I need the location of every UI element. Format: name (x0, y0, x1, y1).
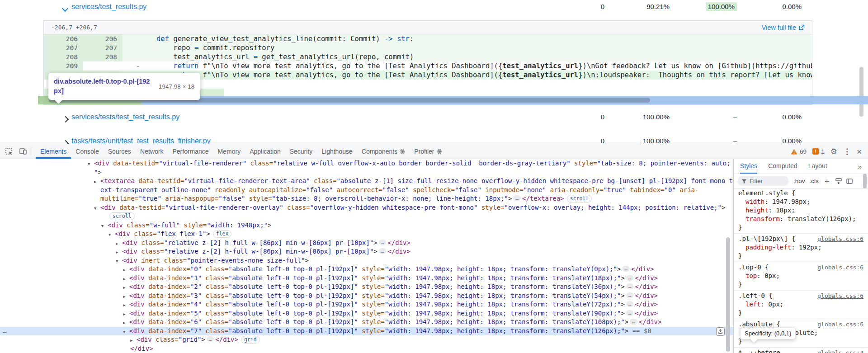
flex-badge[interactable]: flex (213, 230, 232, 238)
toggle-classes[interactable]: .cls (810, 178, 819, 184)
dom-tree-line[interactable]: ▶<div data-index="2" class="absolute lef… (0, 282, 733, 292)
css-property[interactable]: padding-left: 192px; (738, 243, 863, 252)
settings-gear-icon[interactable]: ⚙ (830, 148, 837, 155)
collapsed-file-row[interactable]: services/tests/test_test_results.py 0 10… (0, 113, 868, 122)
file-link[interactable]: services/test_results.py (71, 3, 146, 11)
dom-tree-line[interactable]: multiline="true" aria-haspopup="false" s… (0, 194, 733, 203)
dom-tree-line-selected[interactable]: ▼<div data-index="7" class="absolute lef… (0, 327, 733, 336)
dom-tree-line[interactable]: ▶<div data-index="3" class="absolute lef… (0, 292, 733, 301)
dom-tree-line[interactable]: scroll (0, 212, 733, 221)
devtools-tab-security[interactable]: Security (285, 144, 317, 159)
more-tabs-icon[interactable]: » (858, 163, 868, 170)
styles-tab-computed[interactable]: Computed (768, 159, 797, 174)
devtools-tabs: ElementsConsoleSourcesNetworkPerformance… (36, 144, 447, 159)
styles-tab-layout[interactable]: Layout (808, 159, 827, 174)
devtools-tab-components[interactable]: Components (357, 144, 410, 159)
dom-tree-line[interactable]: ▼<div data-testid="virtual-file-renderer… (0, 203, 733, 212)
view-full-file-link[interactable]: View full file (762, 24, 805, 31)
file-head-value: 0 (601, 113, 604, 121)
rule-selector[interactable]: element.style { (738, 189, 863, 198)
dom-tree-line[interactable]: ▼<div data-testid="virtual-file-renderer… (0, 159, 733, 168)
styles-tab-styles[interactable]: Styles (740, 159, 757, 174)
stylesheet-link[interactable]: globals.css:6 (817, 321, 863, 328)
inline-expand-button[interactable]: … (626, 301, 634, 307)
dom-tree-line[interactable]: ▶<textarea data-testid="virtual-file-ren… (0, 177, 733, 186)
inspect-element-icon[interactable] (4, 144, 14, 159)
dom-tree-line[interactable]: ▼<div class="w-full" style="width: 1948p… (0, 221, 733, 230)
dom-tree-line[interactable]: "> (0, 168, 733, 177)
devtools-tab-application[interactable]: Application (245, 144, 285, 159)
stylesheet-link[interactable]: globals.css:6 (817, 292, 863, 299)
expanded-file-row[interactable]: services/test_results.py 0 90.21% 100.00… (0, 3, 868, 13)
devtools-tab-performance[interactable]: Performance (168, 144, 213, 159)
devtools-tab-elements[interactable]: Elements (36, 144, 71, 159)
dom-tree-line[interactable]: ▶<div data-index="6" class="absolute lef… (0, 318, 733, 327)
stylesheet-link[interactable]: globals.css:6 (817, 264, 863, 271)
css-property[interactable]: transform: translateY(126px); (738, 215, 863, 223)
style-filter-input[interactable]: Filter (737, 176, 789, 186)
inline-expand-button[interactable]: … (379, 248, 387, 254)
kebab-menu-icon[interactable]: ⋮ (843, 148, 851, 155)
inline-expand-button[interactable]: … (626, 310, 634, 316)
react-atom-icon (437, 149, 442, 154)
stylesheet-link[interactable]: globals.css:4 (817, 349, 863, 353)
devtools-tab-lighthouse[interactable]: Lighthouse (317, 144, 357, 159)
device-toolbar-icon[interactable] (18, 144, 28, 159)
dom-tree-line[interactable]: ext-transparent outline-none" readonly a… (0, 186, 733, 195)
dom-tree-line[interactable]: ▶<div class="grid">…</div>grid (0, 335, 733, 344)
code-text: return f"\nTo view more test analytics, … (156, 61, 812, 71)
dom-tree: ▼<div data-testid="virtual-file-renderer… (0, 159, 733, 353)
dom-tree-line[interactable]: ▼<div inert class="pointer-events-none s… (0, 256, 733, 265)
toggle-hover-state[interactable]: :hov (793, 178, 805, 184)
inline-expand-button[interactable]: … (207, 336, 214, 342)
page-vertical-scrollbar[interactable] (859, 67, 863, 117)
warnings-indicator[interactable]: 69 (791, 148, 807, 155)
styles-vertical-scrollbar[interactable] (863, 174, 867, 188)
dom-tree-line[interactable]: ▶<div class="relative z-[2] h-full w-[86… (0, 247, 733, 256)
node-action-icon[interactable] (716, 327, 725, 336)
scroll-badge[interactable]: scroll (109, 212, 135, 220)
diff-marker (123, 43, 156, 52)
dom-tree-line[interactable]: ▼<div class="flex flex-1">flex (0, 230, 733, 239)
inline-expand-button[interactable]: … (630, 319, 637, 325)
css-property[interactable]: left: 0px; (738, 300, 863, 309)
dom-tree-line[interactable]: ▶<div class="relative z-[2] h-full w-[86… (0, 239, 733, 248)
inline-expand-button[interactable]: … (626, 292, 634, 298)
chevron-right-icon[interactable] (63, 115, 68, 123)
old-line-number: 208 (44, 52, 83, 61)
stylesheet-link[interactable]: globals.css:6 (817, 235, 863, 242)
chevron-down-icon[interactable] (63, 5, 67, 13)
file-link[interactable]: services/tests/test_test_results.py (71, 113, 179, 121)
dom-tree-line[interactable]: ▶<div data-index="0" class="absolute lef… (0, 265, 733, 274)
close-devtools-icon[interactable]: × (857, 147, 862, 156)
sidebar-layout-icon[interactable] (846, 178, 853, 184)
react-atom-icon (400, 149, 405, 154)
inline-expand-button[interactable]: … (379, 240, 387, 245)
grid-badge[interactable]: grid (241, 336, 260, 344)
css-property[interactable]: height: 18px; (738, 206, 863, 215)
devtools-tab-profiler[interactable]: Profiler (410, 144, 446, 159)
devtools-tab-memory[interactable]: Memory (213, 144, 245, 159)
dom-tree-line[interactable]: ▶<div data-index="4" class="absolute lef… (0, 300, 733, 309)
dom-tree-line[interactable]: ▶<div data-index="1" class="absolute lef… (0, 274, 733, 283)
diff-line: 206206def generate_view_test_analytics_l… (44, 34, 812, 43)
elements-vertical-scrollbar[interactable] (726, 237, 730, 352)
dom-tree-line[interactable]: </div> (0, 344, 733, 353)
devtools-tab-console[interactable]: Console (71, 144, 103, 159)
rendering-brush-icon[interactable] (835, 178, 842, 184)
inline-expand-button[interactable]: … (626, 283, 634, 289)
css-property[interactable]: top: 0px; (738, 272, 863, 280)
scroll-badge[interactable]: scroll (567, 195, 592, 202)
issues-indicator[interactable]: ! 1 (812, 148, 825, 155)
issue-icon: ! (812, 148, 819, 155)
inline-expand-button[interactable]: … (513, 195, 521, 201)
new-style-rule-icon[interactable]: ＋ (823, 176, 831, 186)
devtools-tab-network[interactable]: Network (136, 144, 168, 159)
css-property[interactable]: width: 1947.98px; (738, 198, 863, 206)
gutter-ellipsis-icon[interactable]: … (3, 327, 6, 336)
devtools-panel: ElementsConsoleSourcesNetworkPerformance… (0, 144, 868, 353)
devtools-tab-sources[interactable]: Sources (104, 144, 136, 159)
dom-tree-line[interactable]: ▶<div data-index="5" class="absolute lef… (0, 309, 733, 318)
inline-expand-button[interactable]: … (626, 275, 634, 281)
inline-expand-button[interactable]: … (622, 266, 630, 272)
